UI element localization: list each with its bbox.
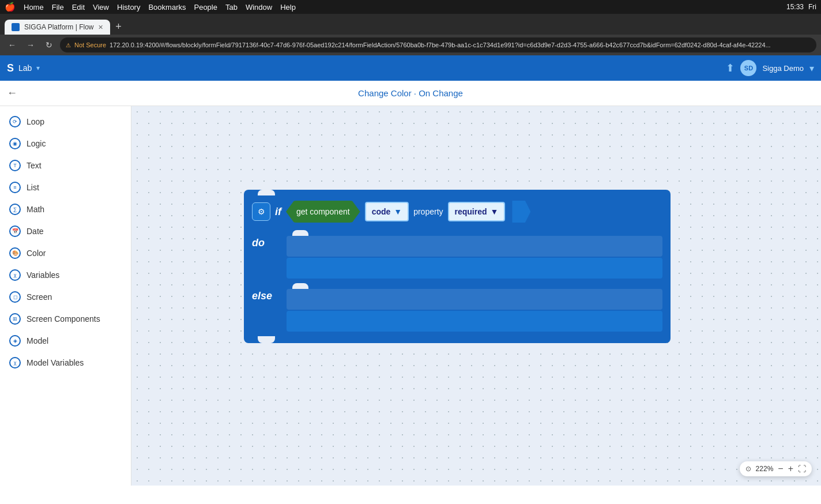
app-lab-label: Lab — [18, 63, 32, 73]
sidebar-item-screen-components[interactable]: ⊞ Screen Components — [0, 308, 131, 330]
sidebar-item-text[interactable]: T Text — [0, 155, 131, 176]
url-text: 172.20.0.19:4200/#/flows/blockly/formFie… — [110, 42, 771, 48]
sidebar-item-label-color: Color — [27, 249, 46, 258]
share-button[interactable]: ⬆ — [726, 62, 735, 74]
tab-title: SIGGA Platform | Flow — [24, 23, 93, 31]
logic-icon: ◉ — [9, 138, 21, 149]
url-box[interactable]: ⚠ Not Secure 172.20.0.19:4200/#/flows/bl… — [60, 37, 816, 52]
sidebar-item-label-math: Math — [27, 205, 44, 214]
if-block: ⚙ if get component code ▼ property — [244, 190, 671, 343]
back-bar: ← Change Color · On Change — [0, 81, 821, 106]
model-icon: ◈ — [9, 335, 21, 347]
sidebar-item-model-variables[interactable]: χ Model Variables — [0, 352, 131, 374]
sidebar-item-model[interactable]: ◈ Model — [0, 330, 131, 352]
apple-menu[interactable]: 🍎 — [5, 2, 16, 12]
color-icon: 🎨 — [9, 247, 21, 259]
if-block-body: ⚙ if get component code ▼ property — [244, 190, 671, 343]
code-dropdown-label: code — [372, 207, 391, 216]
os-menubar: 🍎 Home File Edit View History Bookmarks … — [0, 0, 821, 14]
browser-tab-active[interactable]: SIGGA Platform | Flow ✕ — [5, 20, 110, 35]
screen-icon: ◻ — [9, 291, 21, 303]
do-section: do — [244, 228, 671, 281]
sidebar-item-list[interactable]: ≡ List — [0, 176, 131, 198]
menu-people[interactable]: People — [194, 3, 217, 12]
os-menubar-right: 15:33 Fri — [786, 3, 816, 11]
do-slot[interactable] — [287, 236, 662, 257]
os-day: Fri — [808, 3, 816, 11]
else-label: else — [252, 283, 287, 332]
menu-window[interactable]: Window — [246, 3, 272, 12]
code-dropdown[interactable]: code ▼ — [365, 202, 409, 221]
security-icon: ⚠ — [66, 42, 71, 48]
model-variables-icon: χ — [9, 357, 21, 368]
url-bar-row: ← → ↻ ⚠ Not Secure 172.20.0.19:4200/#/fl… — [0, 35, 821, 55]
text-icon: T — [9, 160, 21, 171]
sidebar-item-label-model-variables: Model Variables — [27, 358, 84, 367]
menu-history[interactable]: History — [117, 3, 140, 12]
menu-bookmarks[interactable]: Bookmarks — [148, 3, 186, 12]
property-label: property — [413, 207, 443, 216]
tab-close-button[interactable]: ✕ — [98, 24, 103, 31]
zoom-fullscreen-button[interactable]: ⛶ — [798, 464, 806, 473]
main-layout: ⟳ Loop ◉ Logic T Text ≡ List ∑ Math 📅 Da… — [0, 106, 821, 486]
sidebar-item-label-logic: Logic — [27, 139, 46, 148]
new-tab-button[interactable]: + — [110, 18, 126, 35]
else-slot[interactable] — [287, 289, 662, 310]
else-bar — [287, 311, 662, 332]
menu-file[interactable]: File — [52, 3, 64, 12]
sidebar-item-label-screen-components: Screen Components — [27, 314, 100, 324]
sidebar-item-variables[interactable]: χ Variables — [0, 264, 131, 286]
required-dropdown-arrow: ▼ — [491, 207, 499, 216]
sidebar-item-screen[interactable]: ◻ Screen — [0, 286, 131, 308]
sidebar: ⟳ Loop ◉ Logic T Text ≡ List ∑ Math 📅 Da… — [0, 106, 131, 486]
app-logo: S — [7, 62, 14, 74]
if-arrow-cap — [512, 201, 530, 223]
menu-view[interactable]: View — [93, 3, 109, 12]
sidebar-item-math[interactable]: ∑ Math — [0, 198, 131, 220]
screen-components-icon: ⊞ — [9, 313, 21, 325]
sidebar-item-logic[interactable]: ◉ Logic — [0, 133, 131, 155]
lab-dropdown-button[interactable]: ▾ — [36, 64, 40, 72]
back-nav-button[interactable]: ← — [5, 37, 20, 52]
sidebar-item-color[interactable]: 🎨 Color — [0, 242, 131, 264]
menu-help[interactable]: Help — [280, 3, 296, 12]
get-component-pill[interactable]: get component — [286, 201, 360, 223]
sidebar-item-label-screen: Screen — [27, 292, 52, 302]
list-icon: ≡ — [9, 182, 21, 193]
required-dropdown-label: required — [455, 207, 487, 216]
code-dropdown-arrow: ▼ — [394, 207, 402, 216]
menu-edit[interactable]: Edit — [72, 3, 85, 12]
date-icon: 📅 — [9, 225, 21, 237]
zoom-out-button[interactable]: − — [778, 464, 783, 474]
loop-icon: ⟳ — [9, 116, 21, 127]
do-bar — [287, 258, 662, 279]
else-section: else — [244, 281, 671, 336]
menu-home[interactable]: Home — [24, 3, 44, 12]
required-dropdown[interactable]: required ▼ — [448, 202, 506, 221]
browser-tab-bar: SIGGA Platform | Flow ✕ + — [0, 14, 821, 35]
forward-nav-button[interactable]: → — [23, 37, 38, 52]
user-dropdown-button[interactable]: ▾ — [809, 63, 814, 74]
gear-button[interactable]: ⚙ — [252, 202, 270, 221]
os-time: 15:33 — [786, 3, 804, 11]
app-header: S Lab ▾ ⬆ SD Sigga Demo ▾ — [0, 55, 821, 81]
zoom-in-button[interactable]: + — [788, 464, 793, 474]
zoom-circle-icon: ⊙ — [745, 465, 751, 473]
reload-button[interactable]: ↻ — [42, 37, 57, 52]
sidebar-item-loop[interactable]: ⟳ Loop — [0, 111, 131, 133]
variables-icon: χ — [9, 269, 21, 281]
math-icon: ∑ — [9, 204, 21, 215]
header-right: ⬆ SD Sigga Demo ▾ — [726, 60, 814, 76]
avatar: SD — [740, 60, 756, 76]
zoom-bar: ⊙ 222% − + ⛶ — [740, 461, 812, 476]
back-button[interactable]: ← — [7, 87, 17, 99]
user-name: Sigga Demo — [762, 64, 804, 73]
sidebar-item-date[interactable]: 📅 Date — [0, 220, 131, 242]
os-menubar-left: 🍎 Home File Edit View History Bookmarks … — [5, 2, 296, 12]
if-label: if — [275, 206, 281, 218]
menu-tab[interactable]: Tab — [225, 3, 238, 12]
if-header-row: ⚙ if get component code ▼ property — [244, 195, 671, 228]
sidebar-item-label-variables: Variables — [27, 270, 59, 280]
do-label: do — [252, 230, 287, 279]
canvas-area[interactable]: ⚙ if get component code ▼ property — [131, 106, 821, 486]
